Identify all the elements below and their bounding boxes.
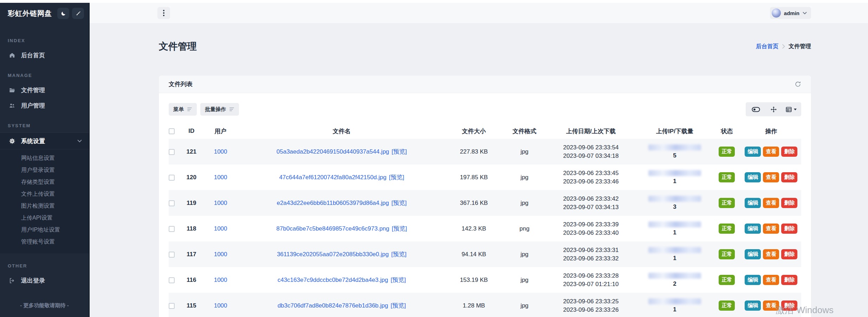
preview-link[interactable]: [预览] — [390, 302, 406, 309]
last-download-date: 2023-09-06 23:33:46 — [545, 177, 637, 186]
file-name-link[interactable]: 361139ce202055aa072e2085bb330e0.jpg — [277, 251, 389, 258]
delete-button[interactable]: 删除 — [781, 224, 797, 234]
edit-button[interactable]: 编辑 — [745, 249, 761, 259]
ip-downloads: 3 — [637, 190, 713, 216]
sidebar-item-system-settings[interactable]: 系统设置 — [0, 132, 89, 149]
menu-button-label: 菜单 — [173, 106, 184, 113]
submenu-item-site-info[interactable]: 网站信息设置 — [0, 152, 89, 164]
theme-button[interactable] — [72, 8, 84, 19]
user-menu-button[interactable]: admin — [770, 7, 811, 19]
blurred-ip — [648, 144, 701, 150]
view-button[interactable]: 查看 — [763, 224, 779, 234]
sidebar-item-label: 用户管理 — [21, 102, 45, 110]
table-toolbar: 菜单 批量操作 — [169, 102, 801, 116]
table-row: 121 1000 05a3aeda2b4220469150d440937a544… — [169, 139, 801, 164]
column-header-ip: 上传IP/下载量 — [637, 123, 713, 139]
row-checkbox[interactable] — [169, 175, 175, 181]
view-button[interactable]: 查看 — [763, 275, 779, 285]
user-link[interactable]: 1000 — [214, 225, 227, 232]
row-checkbox[interactable] — [169, 252, 175, 258]
view-button[interactable]: 查看 — [763, 249, 779, 259]
edit-button[interactable]: 编辑 — [745, 147, 761, 157]
move-icon — [770, 106, 777, 113]
menu-button[interactable]: 菜单 — [169, 103, 197, 116]
delete-button[interactable]: 删除 — [781, 198, 797, 208]
row-checkbox[interactable] — [169, 226, 175, 232]
breadcrumb: 后台首页 文件管理 — [756, 43, 811, 50]
view-button[interactable]: 查看 — [763, 198, 779, 208]
row-checkbox[interactable] — [169, 149, 175, 155]
download-count: 1 — [637, 229, 713, 236]
download-count: 5 — [637, 152, 713, 159]
file-size: 1.28 MB — [444, 293, 504, 317]
file-id: 116 — [181, 267, 202, 293]
submenu-item-admin-account[interactable]: 管理账号设置 — [0, 236, 89, 248]
edit-button[interactable]: 编辑 — [745, 224, 761, 234]
row-checkbox[interactable] — [169, 200, 175, 206]
table-row: 118 1000 87b0ca6be7c5be8469857ce49c6c973… — [169, 216, 801, 241]
user-link[interactable]: 1000 — [214, 200, 227, 206]
user-link[interactable]: 1000 — [214, 277, 227, 283]
preview-link[interactable]: [预览] — [391, 251, 406, 258]
submenu-item-user-login[interactable]: 用户登录设置 — [0, 164, 89, 176]
delete-button[interactable]: 删除 — [781, 147, 797, 157]
user-link[interactable]: 1000 — [214, 302, 227, 309]
delete-button[interactable]: 删除 — [781, 249, 797, 259]
file-name-link[interactable]: 87b0ca6be7c5be8469857ce49c6c973.png — [276, 225, 389, 232]
upload-dates: 2023-09-06 23:33:45 2023-09-06 23:33:46 — [545, 164, 637, 190]
user-link[interactable]: 1000 — [214, 174, 227, 181]
sidebar-item-home[interactable]: 后台首页 — [0, 47, 89, 63]
select-all-checkbox[interactable] — [169, 128, 175, 134]
delete-button[interactable]: 删除 — [781, 275, 797, 285]
download-count: 3 — [637, 203, 713, 211]
status-badge: 正常 — [719, 249, 735, 259]
batch-actions-label: 批量操作 — [205, 106, 226, 113]
page-title: 文件管理 — [159, 40, 197, 53]
submenu-item-user-ip[interactable]: 用户IP地址设置 — [0, 224, 89, 236]
file-name-link[interactable]: 05a3aeda2b4220469150d440937a544.jpg — [277, 148, 389, 155]
toggle-display-button[interactable] — [747, 102, 765, 116]
preview-link[interactable]: [预览] — [391, 200, 407, 206]
submenu-item-file-upload[interactable]: 文件上传设置 — [0, 188, 89, 200]
submenu-item-upload-api[interactable]: 上传API设置 — [0, 212, 89, 224]
windows-activation-watermark: 激活 Windows — [776, 304, 834, 316]
preview-link[interactable]: [预览] — [389, 174, 404, 181]
edit-button[interactable]: 编辑 — [745, 198, 761, 208]
file-name-link[interactable]: c43c163e7c9ddccbc0be72d4d2ba4e3.jpg — [278, 277, 388, 283]
refresh-button[interactable] — [795, 81, 801, 88]
delete-button[interactable]: 删除 — [781, 172, 797, 182]
breadcrumb-home-link[interactable]: 后台首页 — [756, 43, 778, 50]
view-button[interactable]: 查看 — [763, 172, 779, 182]
batch-actions-button[interactable]: 批量操作 — [200, 103, 239, 116]
edit-button[interactable]: 编辑 — [745, 275, 761, 285]
columns-config-button[interactable] — [782, 102, 800, 116]
dark-mode-button[interactable] — [57, 8, 69, 19]
preview-link[interactable]: [预览] — [391, 148, 407, 155]
preview-link[interactable]: [预览] — [392, 225, 407, 232]
sidebar-item-files[interactable]: 文件管理 — [0, 82, 89, 98]
sidebar-item-users[interactable]: 用户管理 — [0, 98, 89, 113]
user-link[interactable]: 1000 — [214, 251, 227, 258]
table-row: 119 1000 e2a43d22ee6bb6b11b06053979d86a4… — [169, 190, 801, 216]
submenu-item-storage-type[interactable]: 存储类型设置 — [0, 176, 89, 188]
file-name-link[interactable]: db3c706df7ad8e0b824e7876eb1d36b.jpg — [278, 302, 388, 309]
submenu-item-image-check[interactable]: 图片检测设置 — [0, 200, 89, 212]
view-button[interactable]: 查看 — [763, 147, 779, 157]
file-name-link[interactable]: e2a43d22ee6bb6b11b06053979d86a4.jpg — [277, 200, 389, 206]
preview-link[interactable]: [预览] — [390, 277, 406, 283]
more-menu-button[interactable] — [157, 7, 170, 19]
upload-dates: 2023-09-06 23:33:42 2023-09-07 03:34:13 — [545, 190, 637, 216]
user-link[interactable]: 1000 — [214, 148, 227, 155]
drag-reorder-button[interactable] — [765, 102, 782, 116]
edit-button[interactable]: 编辑 — [745, 172, 761, 182]
row-checkbox[interactable] — [169, 277, 175, 283]
last-download-date: 2023-09-07 03:34:18 — [545, 152, 637, 160]
file-name-link[interactable]: 47c644a7ef61200742fa80a2f42150d.jpg — [279, 174, 386, 181]
edit-button[interactable]: 编辑 — [745, 300, 761, 311]
lines-icon — [187, 107, 192, 111]
gear-icon — [8, 138, 16, 144]
upload-dates: 2023-09-06 23:33:28 2023-09-07 01:21:10 — [545, 267, 637, 293]
ip-downloads: 1 — [637, 293, 713, 317]
row-checkbox[interactable] — [169, 303, 175, 309]
sidebar-item-logout[interactable]: 退出登录 — [0, 273, 89, 288]
